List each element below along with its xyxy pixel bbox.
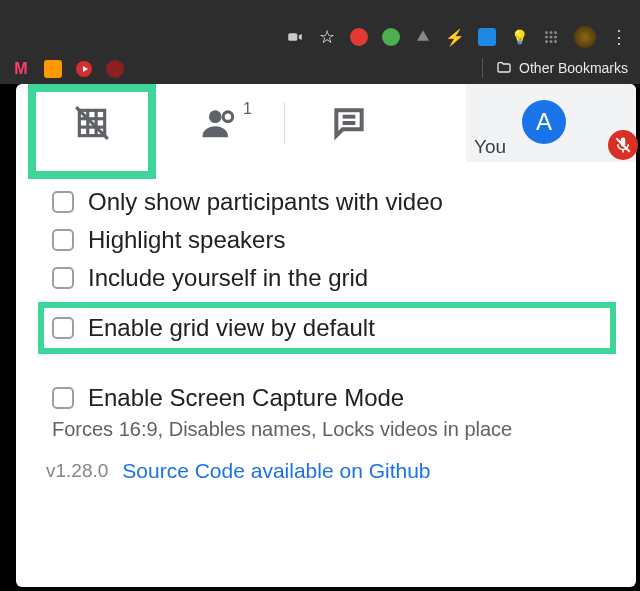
mic-muted-icon	[608, 130, 638, 160]
option-only-video[interactable]: Only show participants with video	[52, 188, 616, 216]
kebab-menu-icon[interactable]: ⋮	[610, 28, 628, 46]
svg-point-16	[209, 110, 222, 123]
avatar-initial: A	[536, 108, 552, 136]
other-bookmarks-label: Other Bookmarks	[519, 60, 628, 76]
svg-point-1	[545, 31, 548, 34]
people-count-label: 1	[243, 100, 252, 118]
bookmark-icon-dark[interactable]	[106, 60, 124, 78]
svg-point-4	[545, 36, 548, 39]
ext-icon-bolt[interactable]: ⚡	[446, 28, 464, 46]
other-bookmarks-folder[interactable]: Other Bookmarks	[482, 58, 628, 78]
extension-popup: 1 A You	[16, 84, 636, 587]
avatar: A	[522, 100, 566, 144]
tab-grid-view[interactable]	[28, 84, 156, 162]
svg-point-9	[554, 40, 557, 43]
options-list: Only show participants with video Highli…	[16, 162, 636, 441]
checkbox[interactable]	[52, 317, 74, 339]
svg-point-7	[545, 40, 548, 43]
self-video-tile[interactable]: A You	[466, 84, 636, 162]
bookmark-icon-m[interactable]: M	[12, 60, 30, 78]
option-label: Include yourself in the grid	[88, 264, 368, 292]
checkbox[interactable]	[52, 191, 74, 213]
tab-row: 1 A You	[16, 84, 636, 162]
ext-icon-drive[interactable]	[414, 28, 432, 46]
svg-point-3	[554, 31, 557, 34]
checkbox[interactable]	[52, 267, 74, 289]
ext-icon-red[interactable]	[350, 28, 368, 46]
option-screen-capture[interactable]: Enable Screen Capture Mode	[52, 384, 616, 412]
ext-icon-green-check[interactable]	[382, 28, 400, 46]
bookmark-icon-orange[interactable]	[44, 60, 62, 78]
you-label: You	[474, 136, 506, 158]
svg-point-5	[550, 36, 553, 39]
browser-extension-row: ☆ ⚡ 💡 ⋮	[286, 26, 628, 48]
ext-icon-blue[interactable]	[478, 28, 496, 46]
option-include-self[interactable]: Include yourself in the grid	[52, 264, 616, 292]
ext-icon-apps[interactable]	[542, 28, 560, 46]
checkbox[interactable]	[52, 387, 74, 409]
bookmark-icon-red-play[interactable]	[76, 61, 92, 77]
svg-point-8	[550, 40, 553, 43]
option-label: Enable Screen Capture Mode	[88, 384, 404, 412]
browser-chrome-bar: ☆ ⚡ 💡 ⋮ M Other Bookmarks	[0, 0, 640, 84]
option-label: Enable grid view by default	[88, 314, 375, 342]
bookmark-bar-icons: M	[12, 60, 124, 78]
version-label: v1.28.0	[46, 460, 108, 482]
source-link[interactable]: Source Code available on Github	[122, 459, 430, 483]
svg-point-2	[550, 31, 553, 34]
option-label: Highlight speakers	[88, 226, 285, 254]
checkbox[interactable]	[52, 229, 74, 251]
svg-point-6	[554, 36, 557, 39]
svg-rect-0	[288, 33, 297, 41]
profile-avatar-icon[interactable]	[574, 26, 596, 48]
ext-icon-bulb[interactable]: 💡	[510, 28, 528, 46]
folder-icon	[495, 60, 513, 76]
option-label: Only show participants with video	[88, 188, 443, 216]
option-highlight-speakers[interactable]: Highlight speakers	[52, 226, 616, 254]
option-subtext: Forces 16:9, Disables names, Locks video…	[52, 418, 616, 441]
svg-point-17	[223, 112, 233, 122]
tab-people[interactable]: 1	[156, 84, 284, 162]
camera-icon[interactable]	[286, 28, 304, 46]
footer: v1.28.0 Source Code available on Github	[16, 459, 636, 483]
tab-chat[interactable]	[285, 84, 413, 162]
star-icon[interactable]: ☆	[318, 28, 336, 46]
option-enable-grid-default[interactable]: Enable grid view by default	[38, 302, 616, 354]
